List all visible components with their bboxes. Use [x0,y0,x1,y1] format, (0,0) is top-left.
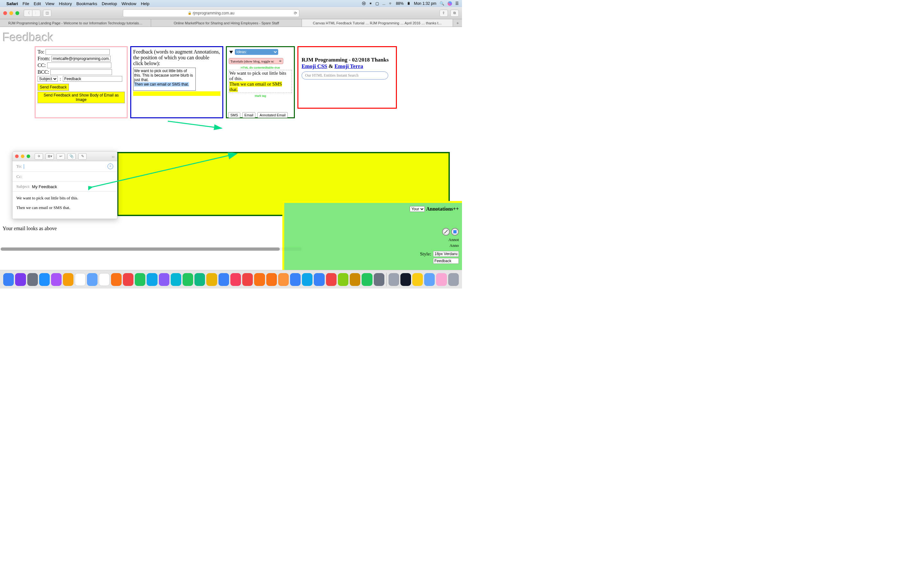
bcc-input[interactable] [50,69,112,75]
dock-app-icon[interactable] [206,273,217,286]
dock-app-icon[interactable] [436,273,447,286]
dock-app-icon[interactable] [135,273,145,286]
dock-app-icon[interactable] [194,273,205,286]
dock-app-icon[interactable] [242,273,253,286]
send-feedback-show-button[interactable]: Send Feedback and Show Body of Email as … [37,92,125,103]
subject-input[interactable] [63,76,122,82]
from-input[interactable] [51,56,111,61]
contenteditable-div[interactable]: We want to pick out little bits of this.… [229,70,292,93]
dock-app-icon[interactable] [424,273,435,286]
dock-app-icon[interactable] [389,273,399,286]
emoji-terra-link[interactable]: Emoji Terra [334,63,363,69]
feedback-input[interactable] [433,258,459,264]
dock-app-icon[interactable] [159,273,170,286]
to-input[interactable] [45,49,110,55]
siri-icon[interactable] [447,1,452,6]
clock[interactable]: Mon 1:32 pm [414,1,436,6]
tutorials-select[interactable]: Tutorials (show blog, toggle sc [229,58,283,64]
dock-app-icon[interactable] [278,273,289,286]
rect-tool-icon[interactable] [451,228,459,235]
send-icon[interactable]: ✈ [35,153,43,160]
dock-app-icon[interactable] [15,273,26,286]
dock-app-icon[interactable] [75,273,86,286]
dock-app-icon[interactable] [27,273,38,286]
dock-app-icon[interactable] [266,273,277,286]
url-bar[interactable]: 🔒 rjmprogramming.com.au ⟳ [123,9,299,17]
dock-app-icon[interactable] [401,273,411,286]
mail-zoom-button[interactable] [27,155,30,158]
style-input[interactable] [433,251,459,257]
dock-app-icon[interactable] [99,273,110,286]
entities-search[interactable]: Our HTML Entities Instant Search [302,71,388,79]
notifications-icon[interactable]: ☰ [455,1,459,6]
mail-cc-input[interactable] [24,174,113,179]
dock-app-icon[interactable] [39,273,50,286]
dock-app-icon[interactable] [63,273,73,286]
sms-button[interactable]: SMS [228,112,240,118]
app-name[interactable]: Safari [6,1,18,6]
dock-app-icon[interactable] [412,273,423,286]
bluetooth-icon[interactable]: ⚊ [382,1,386,6]
dock-app-icon[interactable] [326,273,336,286]
dock-app-icon[interactable] [3,273,14,286]
dock-app-icon[interactable] [374,273,384,286]
mail-subject-input[interactable] [32,184,113,189]
scrollbar-thumb[interactable] [1,247,280,251]
reload-icon[interactable]: ⟳ [294,11,297,15]
attach-icon[interactable]: 📎 [67,153,76,160]
zoom-window-button[interactable] [15,11,19,15]
menu-history[interactable]: History [59,1,71,6]
dock-app-icon[interactable] [254,273,265,286]
sidebar-button[interactable]: ◫ [43,10,51,17]
menubar-extra-icon[interactable]: Ⓜ [362,1,366,6]
dock-app-icon[interactable] [290,273,300,286]
your-select[interactable]: Your [410,206,425,212]
menu-window[interactable]: Window [121,1,136,6]
back-button[interactable]: 〈 [24,10,32,17]
dock-app-icon[interactable] [87,273,97,286]
header-fields-icon[interactable]: ≣▾ [45,153,54,160]
mail-minimize-button[interactable] [21,155,24,158]
feedback-textarea[interactable]: We want to pick out little bits of this.… [133,68,196,91]
dock-app-icon[interactable] [350,273,360,286]
mail-body[interactable]: We want to pick out little bits of this.… [13,192,117,219]
dock-app-icon[interactable] [51,273,61,286]
dock-app-icon[interactable] [218,273,229,286]
share-button[interactable]: ⇪ [439,10,448,17]
add-recipient-button[interactable]: + [107,163,113,169]
airplay-icon[interactable]: ▢ [375,1,379,6]
dock-app-icon[interactable] [448,273,459,286]
dock-app-icon[interactable] [362,273,372,286]
menubar-extra-icon[interactable]: ✶ [369,1,372,6]
send-feedback-button[interactable]: Send Feedback [37,84,69,91]
overflow-icon[interactable]: ›› [111,154,115,159]
dock-app-icon[interactable] [171,273,181,286]
dock-app-icon[interactable] [111,273,121,286]
dock-app-icon[interactable] [123,273,134,286]
email-button[interactable]: Email [242,112,256,118]
annotated-email-button[interactable]: Annotated Email [257,112,288,118]
dock-app-icon[interactable] [302,273,312,286]
dock-app-icon[interactable] [230,273,241,286]
forward-button[interactable]: 〉 [32,10,40,17]
spotlight-icon[interactable]: 🔍 [439,1,444,6]
tab-3[interactable]: Canvas HTML Feedback Tutorial … RJM Prog… [302,19,453,27]
format-icon[interactable]: ✎ [78,153,87,160]
mail-to-input[interactable] [24,164,107,169]
dock-app-icon[interactable] [183,273,193,286]
menu-bookmarks[interactable]: Bookmarks [76,1,97,6]
tabs-button[interactable]: ⧉ [451,10,459,17]
ideas-select[interactable]: Ideas: [235,49,278,55]
menu-file[interactable]: File [23,1,29,6]
wifi-icon[interactable]: ᯤ [389,1,393,6]
mail-close-button[interactable] [15,155,19,158]
tab-2[interactable]: Online MarketPlace for Sharing and Hirin… [151,19,302,27]
emoji-css-link[interactable]: Emoji CSS [302,63,327,69]
line-tool-icon[interactable] [442,228,450,235]
subject-select[interactable]: Subject [37,76,58,82]
minimize-window-button[interactable] [9,11,13,15]
tab-1[interactable]: RJM Programming Landing Page - Welcome t… [0,19,151,27]
dock-app-icon[interactable] [147,273,157,286]
reply-icon[interactable]: ↩ [57,153,65,160]
new-tab-button[interactable]: ＋ [453,19,462,27]
